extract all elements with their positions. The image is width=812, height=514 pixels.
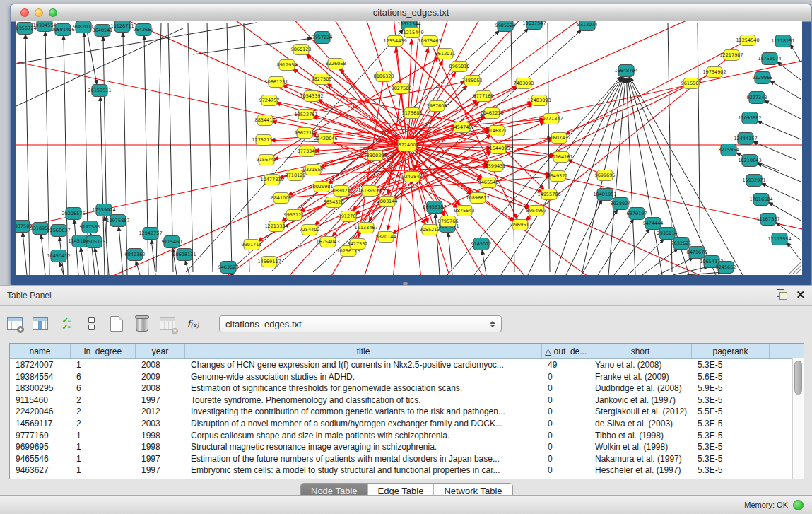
import-table-button: ✕ [158, 315, 177, 333]
table-row[interactable]: 969969511998Structural magnetic resonanc… [10, 441, 804, 453]
table-row[interactable]: 946554611997Estimation of the future num… [10, 453, 804, 465]
column-header-in_degree[interactable]: in_degree [71, 344, 136, 358]
scrollbar-thumb[interactable] [794, 361, 802, 395]
table-cell: Nakamura et al. (1997) [589, 453, 692, 465]
node-label: 10896617 [466, 195, 489, 201]
node-label: 19734902 [702, 69, 726, 75]
vertical-scrollbar[interactable] [792, 358, 804, 479]
node-label: 9146821 [487, 128, 507, 134]
table-cell: Investigating the contribution of common… [185, 406, 542, 418]
node-label: 9465546 [478, 180, 499, 185]
table-cell: 1998 [136, 441, 185, 453]
new-table-button[interactable] [107, 315, 126, 333]
node-label: 9860123 [291, 47, 312, 52]
table-cell: Corpus callosum shape and size in male p… [185, 430, 542, 442]
node-label: 2718129 [286, 173, 306, 178]
node-label: 9055213 [420, 227, 440, 233]
node-label: 9840362 [125, 252, 146, 257]
trash-icon [136, 317, 148, 332]
table-row[interactable]: 977716911998Corpus callosum shape and si… [10, 430, 804, 442]
node-label: 2803144 [377, 199, 398, 204]
table-row[interactable]: 911546021997Tourette syndrome. Phenomeno… [10, 395, 804, 407]
show-columns-button[interactable] [31, 315, 49, 333]
network-window-titlebar[interactable]: citations_edges.txt [11, 4, 811, 22]
node-label: 2967608 [427, 103, 447, 109]
network-canvas[interactable]: 1035572419384554206914069982071864054110… [16, 21, 802, 275]
new-document-icon [110, 316, 123, 332]
table-cell: 0 [542, 453, 589, 465]
node-label: 13505135 [82, 239, 105, 245]
table-row[interactable]: 946362711997Embryonic stem cells: a mode… [10, 465, 804, 477]
node-label: 14569117 [257, 259, 281, 264]
table-cell: 0 [542, 430, 589, 442]
table-cell: 5.3E-5 [692, 395, 770, 407]
node-label: 7254402 [300, 227, 320, 233]
node-label: 18312544 [397, 21, 420, 27]
table-cell: Hescheler et al. (1997) [589, 465, 692, 477]
table-cell: 0 [542, 406, 589, 418]
table-cell: 9699695 [10, 441, 71, 453]
node-label: 15751074 [758, 56, 781, 62]
table-panel-header: Table Panel ✕ [0, 286, 812, 306]
column-header-out_de[interactable]: △ out_de... [542, 344, 589, 358]
table-row[interactable]: 1830029562008Estimation of significance … [10, 382, 804, 395]
table-settings-button[interactable] [6, 315, 24, 333]
node-label: 9156742 [257, 157, 277, 163]
table-row[interactable]: 1938455462009Genome-wide association stu… [10, 371, 804, 383]
table-cell: Embryonic stem cells: a model to study s… [185, 465, 542, 477]
table-cell: 1998 [136, 430, 185, 442]
column-header-name[interactable]: name [10, 344, 71, 358]
memory-status-label: Memory: OK [744, 501, 788, 509]
network-window: citations_edges.txt 10355724193845542069… [10, 4, 812, 286]
node-label: 9615567 [681, 81, 702, 86]
node-label: 18401951 [593, 192, 616, 197]
node-label: 8454749 [452, 124, 472, 130]
column-header-year[interactable]: year [136, 344, 185, 358]
node-label: 10462210 [480, 110, 503, 116]
node-label: 13522761 [294, 112, 317, 117]
row-height-button[interactable] [82, 315, 100, 333]
node-label: 6879197 [627, 211, 647, 216]
table-row[interactable]: 2242004622012Investigating the contribut… [10, 406, 804, 418]
column-header-pagerank[interactable]: pagerank [692, 344, 770, 358]
node-label: 9827505 [312, 76, 332, 82]
node-label: 8654320 [324, 199, 344, 205]
table-cell: Tibbo et al. (1998) [589, 430, 692, 442]
table-header-row: namein_degreeyeartitle△ out_de...shortpa… [10, 344, 804, 359]
node-label: 9245012 [471, 241, 492, 247]
column-header-short[interactable]: short [589, 344, 692, 358]
node-label: 9227343 [747, 95, 767, 100]
node-label: 9777169 [473, 93, 494, 99]
node-label: 7483093 [514, 81, 534, 86]
node-label: 2935114 [657, 230, 678, 236]
table-cell: 14569117 [10, 418, 71, 430]
delete-table-button[interactable] [133, 315, 151, 333]
select-all-columns-button[interactable]: ✓▫✓▫ [57, 315, 75, 333]
node-label: 10637547 [522, 21, 546, 26]
node-label: 8640541 [93, 28, 113, 33]
gear-icon [17, 326, 24, 333]
node-label: 8841005 [271, 195, 292, 201]
table-cell: 2008 [136, 359, 185, 371]
function-builder-button[interactable]: f(x) [184, 315, 202, 333]
node-label: 10771347 [539, 116, 563, 122]
table-cell: 49 [542, 359, 589, 371]
table-cell: 5.3E-5 [692, 359, 770, 371]
close-panel-icon[interactable]: ✕ [796, 289, 805, 300]
table-row[interactable]: 1456911722003Disruption of a novel membe… [10, 418, 804, 430]
table-cell: 0 [542, 441, 589, 453]
table-cell: 2 [71, 395, 136, 407]
table-row[interactable]: 1872400712008Changes of HCN gene express… [10, 359, 804, 371]
table-source-dropdown[interactable]: citations_edges.txt [219, 315, 502, 332]
column-header-title[interactable]: title [185, 344, 542, 358]
node-label: 12942757 [139, 230, 162, 236]
float-panel-icon[interactable] [777, 289, 787, 300]
node-label: 8226058 [326, 61, 346, 66]
node-label: 11544095 [486, 146, 510, 151]
node-label: 8954997 [526, 208, 547, 214]
table-cell: 9465546 [10, 453, 71, 465]
node-label: 8834412 [255, 117, 276, 123]
node-label: 12752112 [252, 137, 275, 143]
node-label: 20206576 [61, 211, 85, 216]
node-label: 9129966 [753, 75, 773, 81]
